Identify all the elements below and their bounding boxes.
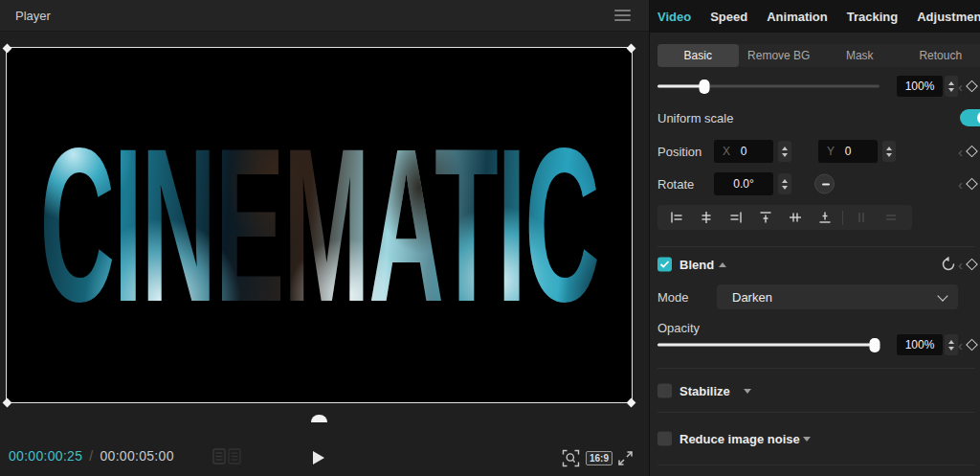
- opacity-slider[interactable]: [657, 344, 880, 347]
- align-top-icon[interactable]: [750, 205, 780, 230]
- blend-keyframe-icon[interactable]: [966, 259, 978, 271]
- position-prev-keyframe-icon[interactable]: ‹: [958, 145, 963, 159]
- blend-section-title[interactable]: Blend: [679, 258, 714, 272]
- section-divider: [657, 465, 975, 465]
- position-y-input[interactable]: Y 0: [818, 140, 878, 163]
- align-right-icon[interactable]: [721, 205, 750, 230]
- position-y-stepper[interactable]: [882, 141, 896, 162]
- properties-panel: Video Speed Animation Tracking Adjustmen…: [649, 0, 980, 476]
- reduce-noise-expand-icon[interactable]: [803, 437, 811, 442]
- blend-mode-label: Mode: [657, 290, 689, 305]
- timecode-current[interactable]: 00:00:00:25: [9, 448, 82, 464]
- preview-canvas[interactable]: CINEMATIC: [7, 48, 632, 402]
- frame-preview-icon: [212, 448, 241, 465]
- opacity-prev-keyframe-icon[interactable]: ‹: [958, 338, 963, 352]
- rotate-stepper[interactable]: [778, 173, 791, 194]
- align-center-vertical-icon[interactable]: [780, 205, 810, 230]
- scale-slider[interactable]: [657, 85, 880, 88]
- stabilize-section-title[interactable]: Stabilize: [679, 384, 730, 398]
- blend-mode-value: Darken: [732, 290, 772, 305]
- timecode-separator: /: [89, 448, 93, 464]
- opacity-row: 100% ‹: [650, 333, 980, 356]
- position-keyframe-icon[interactable]: [966, 146, 978, 158]
- blend-reset-icon[interactable]: [941, 257, 956, 272]
- rotate-input[interactable]: 0.0°: [714, 172, 773, 195]
- subtab-retouch[interactable]: Retouch: [901, 44, 980, 67]
- selection-rotate-handle[interactable]: [311, 415, 327, 422]
- position-x-stepper[interactable]: [778, 141, 791, 162]
- player-header: Player: [0, 0, 649, 32]
- blend-checkbox[interactable]: [657, 258, 672, 272]
- player-panel: Player CINEMATIC 00:00:00:25 / 00:00:05:…: [0, 0, 649, 476]
- stabilize-expand-icon[interactable]: [744, 389, 751, 394]
- play-button[interactable]: [313, 451, 324, 465]
- opacity-keyframe-icon[interactable]: [966, 339, 978, 351]
- reduce-noise-row: Reduce image noise: [650, 428, 980, 449]
- distribute-horizontal-icon: [846, 205, 876, 230]
- opacity-slider-thumb[interactable]: [870, 338, 880, 352]
- scale-value-input[interactable]: 100%: [897, 76, 943, 97]
- section-divider: [657, 246, 975, 247]
- rotate-label: Rotate: [657, 177, 694, 192]
- subtab-remove-bg[interactable]: Remove BG: [739, 44, 820, 67]
- scale-row: 100% ‹: [650, 75, 980, 98]
- blend-prev-keyframe-icon[interactable]: ‹: [958, 258, 963, 272]
- blend-mode-dropdown[interactable]: Darken: [717, 284, 958, 309]
- properties-body: Basic Remove BG Mask Retouch 100% ‹ Unif…: [650, 33, 980, 476]
- uniform-scale-row: Uniform scale: [650, 108, 980, 127]
- alignment-toolbar: [657, 205, 912, 230]
- video-editor-app: Player CINEMATIC 00:00:00:25 / 00:00:05:…: [0, 0, 980, 476]
- rotate-prev-keyframe-icon[interactable]: ‹: [958, 177, 963, 192]
- sub-tab-bar: Basic Remove BG Mask Retouch: [657, 44, 980, 67]
- chevron-down-icon: [937, 290, 947, 301]
- distribute-vertical-icon: [876, 205, 905, 230]
- scale-slider-thumb[interactable]: [699, 79, 709, 94]
- section-divider: [657, 368, 975, 369]
- subtab-mask[interactable]: Mask: [819, 44, 901, 67]
- transport-bar: 00:00:00:25 / 00:00:05:00: [0, 436, 649, 476]
- position-x-axis-label: X: [723, 145, 730, 158]
- tab-animation[interactable]: Animation: [767, 10, 828, 24]
- fullscreen-icon[interactable]: [617, 450, 634, 466]
- position-row: Position X 0 Y 0 ‹: [650, 140, 980, 163]
- player-menu-icon[interactable]: [614, 10, 631, 22]
- tab-video[interactable]: Video: [657, 10, 691, 24]
- snapshot-zoom-icon[interactable]: [562, 449, 580, 467]
- aspect-ratio-button[interactable]: 16:9: [586, 451, 612, 465]
- reduce-noise-section-title[interactable]: Reduce image noise: [679, 432, 800, 446]
- position-label: Position: [657, 145, 702, 159]
- toolbar-divider: [842, 211, 843, 225]
- stabilize-checkbox[interactable]: [657, 384, 672, 398]
- timecode-duration: 00:00:05:00: [100, 448, 173, 464]
- timecode: 00:00:00:25 / 00:00:05:00: [9, 436, 174, 476]
- rotate-dial[interactable]: [814, 174, 835, 194]
- scale-stepper[interactable]: [945, 76, 958, 97]
- align-left-icon[interactable]: [661, 205, 691, 230]
- align-bottom-icon[interactable]: [810, 205, 839, 230]
- opacity-value-input[interactable]: 100%: [897, 334, 943, 355]
- properties-tabs: Video Speed Animation Tracking Adjustmen…: [650, 0, 980, 33]
- rotate-keyframe-icon[interactable]: [966, 178, 978, 191]
- canvas-title-clip[interactable]: CINEMATIC: [39, 99, 598, 351]
- subtab-basic[interactable]: Basic: [657, 44, 739, 67]
- position-x-input[interactable]: X 0: [714, 140, 773, 163]
- tab-speed[interactable]: Speed: [710, 10, 747, 24]
- reduce-noise-checkbox[interactable]: [657, 432, 672, 446]
- uniform-scale-label: Uniform scale: [657, 111, 733, 125]
- blend-collapse-icon[interactable]: [719, 262, 726, 267]
- uniform-scale-toggle[interactable]: [960, 109, 980, 126]
- tab-adjustment[interactable]: Adjustment: [917, 10, 980, 24]
- rotate-row: Rotate 0.0° ‹: [650, 172, 980, 195]
- position-y-axis-label: Y: [827, 145, 835, 158]
- blend-header-row: Blend ‹: [650, 254, 980, 275]
- align-center-horizontal-icon[interactable]: [691, 205, 721, 230]
- scale-keyframe-icon[interactable]: [966, 80, 978, 93]
- blend-mode-row: Mode Darken: [650, 284, 980, 309]
- section-divider: [657, 412, 975, 413]
- scale-prev-keyframe-icon[interactable]: ‹: [958, 79, 963, 94]
- selection-handle-bottom-right[interactable]: [627, 398, 636, 408]
- rotate-value[interactable]: 0.0°: [714, 177, 773, 191]
- opacity-stepper[interactable]: [945, 334, 958, 355]
- tab-tracking[interactable]: Tracking: [847, 10, 898, 24]
- stabilize-row: Stabilize: [650, 380, 980, 401]
